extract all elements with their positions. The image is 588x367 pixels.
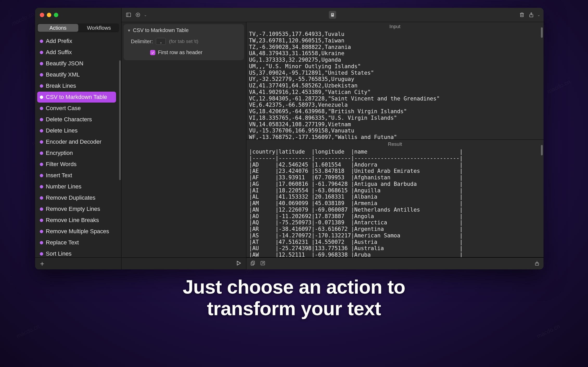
input-text-area[interactable]: TV,-7.109535,177.64933,Tuvalu TW,23.6978… xyxy=(246,30,544,140)
sidebar-item-label: Filter Words xyxy=(46,161,76,168)
sidebar-item-insert-text[interactable]: Insert Text xyxy=(37,170,116,181)
share-icon[interactable] xyxy=(527,11,535,19)
result-pane-title: Result xyxy=(246,140,544,148)
delimiter-label: Delimiter: xyxy=(131,39,153,45)
sidebar-scrollbar[interactable] xyxy=(119,60,121,180)
sidebar-item-beautify-json[interactable]: Beautify JSON xyxy=(37,58,116,69)
tab-workflows[interactable]: Workflows xyxy=(79,23,119,32)
action-bullet-icon xyxy=(40,73,43,77)
first-row-header-checkbox[interactable] xyxy=(150,50,155,55)
input-scrollbar[interactable] xyxy=(541,27,543,38)
sidebar-item-add-suffix[interactable]: Add Suffix xyxy=(37,47,116,58)
action-bullet-icon xyxy=(40,185,43,188)
action-bullet-icon xyxy=(40,196,43,200)
action-bullet-icon xyxy=(40,96,43,99)
delimiter-input[interactable] xyxy=(156,38,166,45)
sidebar-item-label: Delete Lines xyxy=(46,127,78,134)
close-window-button[interactable] xyxy=(40,13,44,17)
minimize-window-button[interactable] xyxy=(47,13,51,17)
sidebar-item-label: Encryption xyxy=(46,150,73,156)
window-controls xyxy=(35,8,121,22)
action-bullet-icon xyxy=(40,151,43,155)
svg-rect-0 xyxy=(126,13,131,17)
result-scrollbar[interactable] xyxy=(541,145,543,155)
sidebar-item-sort-lines[interactable]: Sort Lines xyxy=(37,248,116,257)
run-settings-icon[interactable] xyxy=(134,11,142,19)
sidebar-item-label: Beautify JSON xyxy=(46,60,83,67)
action-config-column: ▼ CSV to Markdown Table Delimiter: (for … xyxy=(122,22,246,269)
share-dropdown-chevron-icon[interactable]: ⌄ xyxy=(537,13,540,17)
sidebar-item-add-prefix[interactable]: Add Prefix xyxy=(37,36,116,47)
zoom-window-button[interactable] xyxy=(54,13,58,17)
run-dropdown-chevron-icon[interactable]: ⌄ xyxy=(144,13,147,17)
sidebar-item-remove-duplicates[interactable]: Remove Duplicates xyxy=(37,192,116,203)
input-pane-title: Input xyxy=(246,22,544,30)
result-text-area[interactable]: |country|latitude |longitude |name | |--… xyxy=(246,148,544,257)
sidebar-item-encoder-and-decoder[interactable]: Encoder and Decoder xyxy=(37,136,116,147)
sidebar-item-remove-multiple-spaces[interactable]: Remove Multiple Spaces xyxy=(37,226,116,237)
svg-rect-5 xyxy=(332,14,333,14)
sidebar-item-number-lines[interactable]: Number Lines xyxy=(37,181,116,192)
action-card: ▼ CSV to Markdown Table Delimiter: (for … xyxy=(124,24,244,60)
sidebar-item-label: Insert Text xyxy=(46,172,72,179)
toggle-sidebar-icon[interactable] xyxy=(125,11,132,19)
sidebar-item-csv-to-markdown-table[interactable]: CSV to Markdown Table xyxy=(37,92,116,103)
action-bullet-icon xyxy=(40,62,43,65)
sidebar-footer: ＋ xyxy=(35,257,121,269)
sidebar-item-delete-lines[interactable]: Delete Lines xyxy=(37,125,116,136)
action-bullet-icon xyxy=(40,219,43,222)
sidebar-item-convert-case[interactable]: Convert Case xyxy=(37,103,116,114)
app-window: Actions Workflows Add PrefixAdd SuffixBe… xyxy=(35,8,544,269)
sidebar-item-remove-line-breaks[interactable]: Remove Line Breaks xyxy=(37,215,116,226)
marketing-headline: Just choose an action totransform your t… xyxy=(0,276,588,320)
sidebar-item-delete-characters[interactable]: Delete Characters xyxy=(37,114,116,125)
action-bullet-icon xyxy=(40,40,43,43)
disclosure-triangle-icon[interactable]: ▼ xyxy=(127,28,131,33)
sidebar-item-label: Remove Empty Lines xyxy=(46,206,100,212)
sidebar-item-remove-empty-lines[interactable]: Remove Empty Lines xyxy=(37,204,116,214)
action-bullet-icon xyxy=(40,163,43,166)
sidebar-item-replace-text[interactable]: Replace Text xyxy=(37,237,116,248)
sidebar-item-label: Convert Case xyxy=(46,105,81,112)
text-panes: Input TV,-7.109535,177.64933,Tuvalu TW,2… xyxy=(246,22,544,269)
action-bullet-icon xyxy=(40,230,43,233)
svg-rect-6 xyxy=(332,15,333,15)
sidebar-item-label: Add Suffix xyxy=(46,49,72,56)
sidebar-item-label: Replace Text xyxy=(46,239,79,246)
panes-footer xyxy=(246,257,544,269)
export-result-icon[interactable] xyxy=(534,260,540,267)
input-pane: Input TV,-7.109535,177.64933,Tuvalu TW,2… xyxy=(246,22,544,140)
action-bullet-icon xyxy=(40,207,43,211)
sidebar-item-label: Delete Characters xyxy=(46,116,92,123)
sidebar-item-label: Sort Lines xyxy=(46,250,72,257)
action-bullet-icon xyxy=(40,140,43,144)
sidebar: Actions Workflows Add PrefixAdd SuffixBe… xyxy=(35,8,122,269)
add-action-button[interactable]: ＋ xyxy=(39,259,46,268)
svg-rect-7 xyxy=(521,14,523,17)
action-bullet-icon xyxy=(40,174,43,177)
sidebar-item-filter-words[interactable]: Filter Words xyxy=(37,159,116,170)
tab-actions[interactable]: Actions xyxy=(38,24,78,32)
sidebar-item-label: Remove Duplicates xyxy=(46,194,95,201)
sidebar-item-label: Remove Line Breaks xyxy=(46,217,99,224)
action-bullet-icon xyxy=(40,118,43,121)
sidebar-item-encryption[interactable]: Encryption xyxy=(37,148,116,159)
copy-result-icon[interactable] xyxy=(250,260,256,267)
delimiter-hint: (for tab set \t) xyxy=(169,39,198,44)
action-list[interactable]: Add PrefixAdd SuffixBeautify JSONBeautif… xyxy=(35,34,121,257)
action-bullet-icon xyxy=(40,241,43,244)
action-bullet-icon xyxy=(40,129,43,132)
run-action-button[interactable] xyxy=(235,260,242,268)
sidebar-item-beautify-xml[interactable]: Beautify XML xyxy=(37,69,116,80)
svg-marker-3 xyxy=(137,14,139,16)
document-mode-icon[interactable] xyxy=(329,11,336,19)
content-area: ⌄ ⌄ ▼ C xyxy=(122,8,544,269)
open-external-icon[interactable] xyxy=(260,260,266,267)
trash-icon[interactable] xyxy=(518,11,526,19)
sidebar-item-label: CSV to Markdown Table xyxy=(46,94,107,100)
sidebar-item-break-lines[interactable]: Break Lines xyxy=(37,80,116,91)
sidebar-item-label: Beautify XML xyxy=(46,71,80,78)
action-bullet-icon xyxy=(40,51,43,54)
svg-rect-12 xyxy=(252,261,254,264)
sidebar-item-label: Number Lines xyxy=(46,183,81,190)
